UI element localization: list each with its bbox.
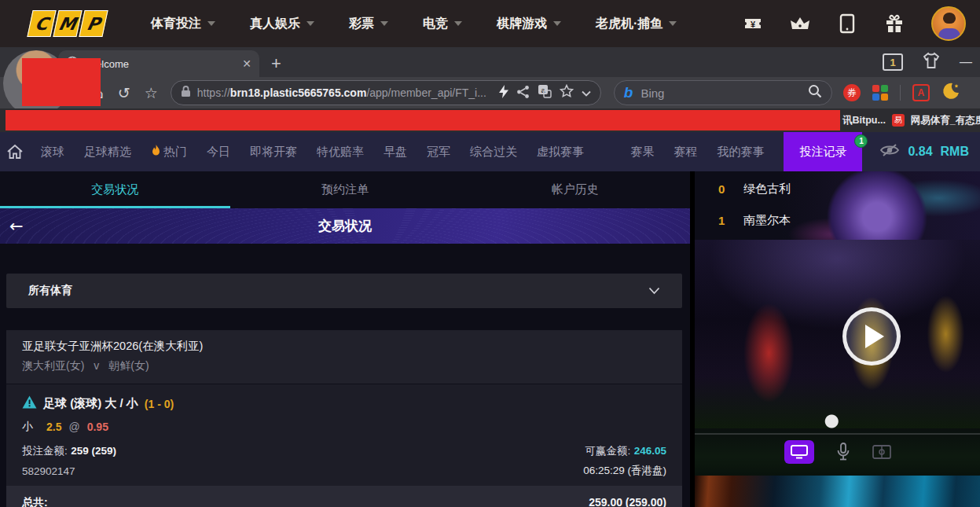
coupon-extension-icon[interactable]: 券 bbox=[843, 84, 861, 101]
live-scoreboard[interactable]: 0 绿色古利 1 南墨尔本 bbox=[695, 171, 980, 240]
team-score: 0 bbox=[718, 182, 728, 196]
gift-icon[interactable] bbox=[884, 13, 905, 34]
window-controls: 1 — bbox=[883, 52, 972, 72]
share-icon[interactable] bbox=[516, 85, 530, 101]
next-stream-thumbnail[interactable] bbox=[695, 476, 980, 507]
url-bar[interactable]: https://brn18.plastic5665765.com/app/mem… bbox=[171, 80, 601, 105]
pdf-extension-icon[interactable]: A bbox=[912, 84, 930, 101]
close-tab-icon[interactable]: ✕ bbox=[242, 57, 251, 70]
sportsbook-nav-upcoming[interactable]: 即将开赛 bbox=[250, 145, 297, 160]
nav-schedule[interactable]: 赛程 bbox=[674, 145, 697, 160]
nav-label: 即将开赛 bbox=[250, 145, 297, 160]
market-name: 足球 (滚球) 大 / 小 bbox=[43, 396, 138, 411]
vs-separator: v bbox=[94, 359, 99, 373]
main-nav: 体育投注 真人娱乐 彩票 电竞 棋牌游戏 老虎机·捕鱼 bbox=[151, 16, 677, 32]
play-icon bbox=[865, 325, 884, 348]
url-path: /app/member_api/FT_i... bbox=[366, 86, 486, 99]
balance-amount[interactable]: 0.84 bbox=[908, 145, 932, 159]
translate-icon[interactable]: a bbox=[538, 84, 552, 101]
nav-results[interactable]: 赛果 bbox=[630, 145, 654, 160]
nav-label: 电竞 bbox=[423, 16, 448, 32]
mobile-device-icon[interactable] bbox=[837, 13, 857, 34]
bookmark-item[interactable]: 网易体育_有态度 bbox=[911, 114, 980, 127]
nav-label: 赛果 bbox=[630, 145, 654, 160]
bet-records-button[interactable]: 投注记录 1 bbox=[784, 132, 862, 171]
at-sign: @ bbox=[68, 421, 79, 433]
chevron-down-icon bbox=[669, 21, 677, 26]
tab-transaction-status[interactable]: 交易状况 bbox=[0, 171, 230, 208]
away-team: 朝鲜(女) bbox=[108, 359, 149, 373]
sportsbook-nav-special-odds[interactable]: 特优赔率 bbox=[317, 145, 364, 160]
chevron-down-icon[interactable] bbox=[582, 86, 591, 100]
lightning-icon[interactable] bbox=[499, 85, 508, 101]
sportsbook-nav-early[interactable]: 早盘 bbox=[384, 145, 407, 160]
live-stream-preview[interactable] bbox=[695, 240, 980, 476]
sportsbook-nav-outright[interactable]: 冠军 bbox=[427, 145, 450, 160]
total-label: 总共: bbox=[22, 496, 48, 507]
team-name: 南墨尔本 bbox=[743, 213, 791, 228]
url-bar-actions: a bbox=[499, 84, 591, 101]
flame-icon bbox=[151, 145, 161, 160]
nav-lottery[interactable]: 彩票 bbox=[349, 16, 388, 32]
bing-search-bar[interactable]: b Bing bbox=[614, 80, 832, 105]
stake-label: 投注金额: bbox=[22, 445, 68, 457]
sportsbook-nav-today[interactable]: 今日 bbox=[207, 145, 230, 160]
url-text: https://brn18.plastic5665765.com/app/mem… bbox=[197, 86, 493, 99]
bet-id: 582902147 bbox=[22, 465, 75, 477]
nav-my-matches[interactable]: 我的赛事 bbox=[717, 145, 764, 160]
page-title: 交易状况 bbox=[318, 217, 372, 235]
bet-selection: 小 bbox=[22, 420, 33, 434]
new-tab-button[interactable]: + bbox=[271, 53, 281, 74]
crown-icon[interactable] bbox=[790, 13, 810, 34]
tv-stream-button[interactable] bbox=[784, 440, 814, 464]
sportsbook-nav-hot[interactable]: 热门 bbox=[151, 145, 187, 160]
nav-label: 真人娱乐 bbox=[250, 16, 300, 32]
favorite-star-icon[interactable] bbox=[560, 84, 574, 101]
sportsbook-nav-virtual[interactable]: 虚拟赛事 bbox=[537, 145, 584, 160]
eye-slash-icon[interactable] bbox=[879, 142, 900, 161]
odds-value: 0.95 bbox=[87, 421, 108, 433]
nav-board-games[interactable]: 棋牌游戏 bbox=[497, 16, 561, 32]
user-avatar[interactable] bbox=[931, 6, 966, 41]
night-mode-moon-icon[interactable] bbox=[941, 82, 960, 104]
nav-label: 今日 bbox=[207, 145, 230, 160]
tab-account-history[interactable]: 帐户历史 bbox=[460, 171, 690, 208]
voucher-icon[interactable]: ¥ bbox=[743, 13, 763, 34]
nav-live-casino[interactable]: 真人娱乐 bbox=[250, 16, 314, 32]
tshirt-theme-icon[interactable] bbox=[922, 52, 941, 72]
match-teams: 澳大利亚(女) v 朝鲜(女) bbox=[22, 359, 666, 373]
win-group: 可赢金额: 246.05 bbox=[585, 443, 666, 458]
nav-label: 老虎机·捕鱼 bbox=[596, 16, 663, 32]
url-scheme: https:// bbox=[197, 86, 230, 99]
nav-label: 综合过关 bbox=[470, 145, 517, 160]
chevron-down-icon bbox=[380, 21, 388, 26]
search-placeholder: Bing bbox=[640, 86, 799, 100]
minimize-window-icon[interactable]: — bbox=[960, 55, 972, 69]
nav-sports[interactable]: 体育投注 bbox=[151, 16, 215, 32]
match-info[interactable]: 亚足联女子亚洲杯2026(在澳大利亚) 澳大利亚(女) v 朝鲜(女) bbox=[6, 330, 682, 384]
grid-extension-icon[interactable] bbox=[872, 85, 888, 101]
sportsbook-nav-live[interactable]: 滚球 bbox=[41, 145, 64, 160]
tab-counter-badge[interactable]: 1 bbox=[883, 53, 903, 71]
casino-top-bar: C M P 体育投注 真人娱乐 彩票 电竞 棋牌游戏 bbox=[0, 0, 980, 47]
sport-filter-dropdown[interactable]: 所有体育 bbox=[6, 274, 682, 308]
bookmark-item[interactable]: 讯Bitpu... bbox=[842, 114, 886, 127]
nav-esports[interactable]: 电竞 bbox=[423, 16, 462, 32]
chevron-down-icon bbox=[207, 21, 215, 26]
tab-title: Welcome bbox=[86, 58, 234, 70]
home-icon[interactable] bbox=[6, 144, 24, 160]
stake-row: 投注金额: 259 (259) 可赢金额: 246.05 bbox=[22, 443, 666, 458]
search-icon[interactable] bbox=[808, 84, 822, 101]
microphone-icon[interactable] bbox=[836, 443, 850, 461]
sportsbook-nav-parlay[interactable]: 综合过关 bbox=[470, 145, 517, 160]
sportsbook-nav-featured[interactable]: 足球精选 bbox=[84, 145, 131, 160]
cmp-logo[interactable]: C M P bbox=[30, 10, 105, 37]
tab-reserved-bets[interactable]: 预约注单 bbox=[230, 171, 461, 208]
back-arrow-icon[interactable]: ← bbox=[9, 217, 24, 236]
play-button[interactable] bbox=[842, 307, 901, 366]
nav-slots-fishing[interactable]: 老虎机·捕鱼 bbox=[596, 16, 677, 32]
undo-icon[interactable]: ↺ bbox=[118, 84, 130, 101]
pitch-view-icon[interactable] bbox=[872, 445, 891, 459]
stream-mode-bar bbox=[695, 428, 980, 476]
bookmark-star-icon[interactable]: ☆ bbox=[145, 84, 158, 101]
